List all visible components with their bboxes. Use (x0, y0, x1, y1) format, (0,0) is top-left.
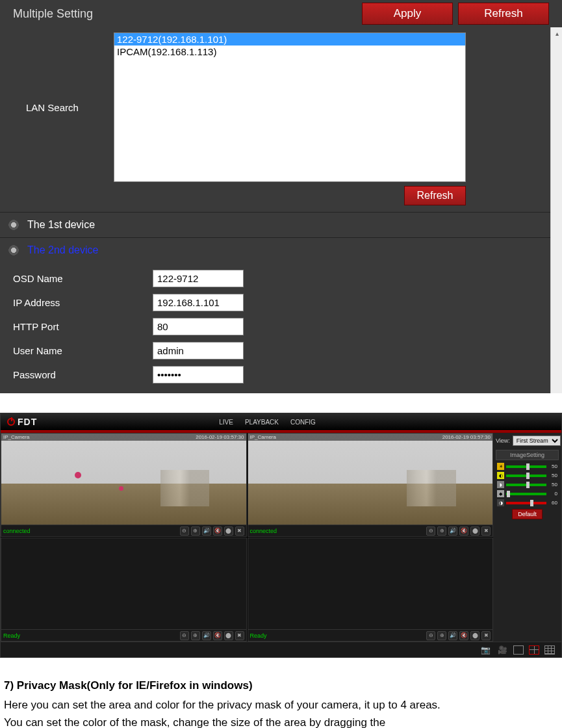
record-icon[interactable]: ⬤ (224, 631, 233, 640)
record-icon[interactable]: ⬤ (470, 526, 479, 536)
camera-label: IP_Camera (3, 434, 29, 440)
mute-icon[interactable]: 🔇 (459, 526, 468, 536)
zoom-out-icon[interactable]: ⊖ (180, 631, 189, 640)
settings-icon[interactable]: ✖ (481, 631, 491, 640)
slider-brightness[interactable]: ☀ 50 (497, 463, 557, 470)
image-setting-header: ImageSetting (496, 450, 559, 460)
panel-header: Multiple Setting Apply Refresh (0, 0, 562, 27)
timestamp-overlay: IP_Camera 2016-02-19 03:57:30 (248, 434, 493, 441)
device-form: OSD Name IP Address HTTP Port User Name … (0, 263, 550, 393)
radio-icon[interactable] (8, 244, 19, 256)
status-ready: Ready (250, 632, 267, 639)
contrast-icon: ◐ (497, 472, 504, 479)
image-sliders: ☀ 50 ◐ 50 ◗ 50 ◆ 0 (496, 460, 559, 522)
device-2-row[interactable]: The 2nd device (0, 237, 550, 263)
video-controls: ⊖ ⊕ 🔊 🔇 ⬤ ✖ (426, 526, 491, 536)
default-button[interactable]: Default (512, 509, 543, 519)
timestamp: 2016-02-19 03:57:30 (196, 434, 244, 440)
zoom-out-icon[interactable]: ⊖ (426, 526, 435, 536)
scrollbar[interactable]: ▴ (550, 27, 562, 393)
password-input[interactable] (153, 366, 244, 384)
layout-9-icon[interactable] (544, 645, 555, 655)
settings-icon[interactable]: ✖ (235, 526, 244, 536)
record-icon[interactable]: ⬤ (470, 631, 479, 640)
apply-button[interactable]: Apply (362, 3, 453, 25)
zoom-in-icon[interactable]: ⊕ (191, 526, 200, 536)
record-icon[interactable]: ⬤ (224, 526, 233, 536)
video-cell-3[interactable]: Ready ⊖ ⊕ 🔊 🔇 ⬤ ✖ (1, 538, 247, 642)
ip-address-input[interactable] (153, 294, 244, 311)
osd-name-label: OSD Name (0, 273, 153, 284)
layout-4-icon[interactable] (529, 645, 539, 655)
hue-icon: ◗ (497, 481, 504, 488)
device-1-row[interactable]: The 1st device (0, 212, 550, 237)
settings-icon[interactable]: ✖ (481, 526, 491, 536)
password-label: Password (0, 369, 153, 380)
scroll-up-icon[interactable]: ▴ (551, 27, 562, 39)
slider-value: 50 (548, 473, 557, 478)
video-cell-2[interactable]: IP_Camera 2016-02-19 03:57:30 connected … (248, 433, 494, 537)
camera-feed (248, 434, 493, 525)
video-cell-4[interactable]: Ready ⊖ ⊕ 🔊 🔇 ⬤ ✖ (248, 538, 494, 642)
view-label: View: (496, 437, 510, 444)
multiple-setting-panel: Multiple Setting Apply Refresh LAN Searc… (0, 0, 562, 393)
audio-icon[interactable]: 🔊 (202, 526, 211, 536)
video-controls: ⊖ ⊕ 🔊 🔇 ⬤ ✖ (180, 526, 244, 536)
tab-live[interactable]: LIVE (219, 419, 233, 426)
zoom-in-icon[interactable]: ⊕ (437, 631, 446, 640)
user-name-input[interactable] (153, 342, 244, 359)
video-controls: ⊖ ⊕ 🔊 🔇 ⬤ ✖ (180, 631, 244, 640)
lan-refresh-button[interactable]: Refresh (404, 186, 466, 205)
status-ready: Ready (3, 632, 20, 639)
video-grid: IP_Camera 2016-02-19 03:57:30 connected … (1, 433, 493, 642)
slider-sharpness[interactable]: ◑ 60 (497, 499, 557, 506)
device-2-label: The 2nd device (27, 244, 98, 256)
timestamp-overlay: IP_Camera 2016-02-19 03:57:30 (1, 434, 246, 441)
zoom-out-icon[interactable]: ⊖ (180, 526, 189, 536)
lan-device-item[interactable]: 122-9712(192.168.1.101) (114, 33, 465, 46)
zoom-in-icon[interactable]: ⊕ (437, 526, 446, 536)
slider-value: 0 (548, 491, 557, 497)
audio-icon[interactable]: 🔊 (448, 526, 457, 536)
mute-icon[interactable]: 🔇 (459, 631, 468, 640)
ip-address-label: IP Address (0, 297, 153, 308)
audio-icon[interactable]: 🔊 (448, 631, 457, 640)
section-heading: 7) Privacy Mask(Only for IE/Firefox in w… (4, 677, 558, 694)
lan-search-row: LAN Search 122-9712(192.168.1.101) IPCAM… (0, 27, 550, 182)
zoom-in-icon[interactable]: ⊕ (191, 631, 200, 640)
lan-device-item[interactable]: IPCAM(192.168.1.113) (114, 46, 465, 58)
slider-contrast[interactable]: ◐ 50 (497, 472, 557, 479)
zoom-out-icon[interactable]: ⊖ (426, 631, 435, 640)
slider-value: 50 (548, 482, 557, 488)
panel-title: Multiple Setting (0, 7, 362, 21)
osd-name-input[interactable] (153, 270, 244, 287)
http-port-input[interactable] (153, 318, 244, 335)
mute-icon[interactable]: 🔇 (213, 631, 222, 640)
view-stream-select[interactable]: First Stream (513, 436, 561, 446)
audio-icon[interactable]: 🔊 (202, 631, 211, 640)
video-cell-1[interactable]: IP_Camera 2016-02-19 03:57:30 connected … (1, 433, 247, 537)
tab-config[interactable]: CONFIG (290, 419, 316, 426)
video-icon[interactable]: 🎥 (496, 645, 508, 655)
settings-icon[interactable]: ✖ (235, 631, 244, 640)
camera-icon[interactable]: 📷 (479, 645, 491, 655)
tab-playback[interactable]: PLAYBACK (245, 419, 279, 426)
http-port-label: HTTP Port (0, 321, 153, 332)
slider-saturation[interactable]: ◆ 0 (497, 490, 557, 497)
slider-value: 60 (548, 500, 557, 506)
timestamp: 2016-02-19 03:57:30 (442, 434, 491, 440)
doc-line: You can set the color of the mask, chang… (4, 714, 558, 728)
fdt-logo: FDT (1, 417, 37, 427)
status-connected: connected (3, 528, 31, 534)
lan-device-list[interactable]: 122-9712(192.168.1.101) IPCAM(192.168.1.… (114, 32, 466, 182)
saturation-icon: ◆ (497, 490, 504, 497)
user-name-label: User Name (0, 345, 153, 356)
slider-value: 50 (548, 463, 557, 469)
refresh-button[interactable]: Refresh (458, 3, 549, 25)
status-connected: connected (250, 528, 277, 534)
radio-icon[interactable] (8, 219, 19, 231)
mute-icon[interactable]: 🔇 (213, 526, 222, 536)
right-panel: View: First Stream ImageSetting ☀ 50 ◐ 5… (493, 433, 561, 642)
layout-1-icon[interactable] (513, 645, 524, 655)
slider-hue[interactable]: ◗ 50 (497, 481, 557, 488)
